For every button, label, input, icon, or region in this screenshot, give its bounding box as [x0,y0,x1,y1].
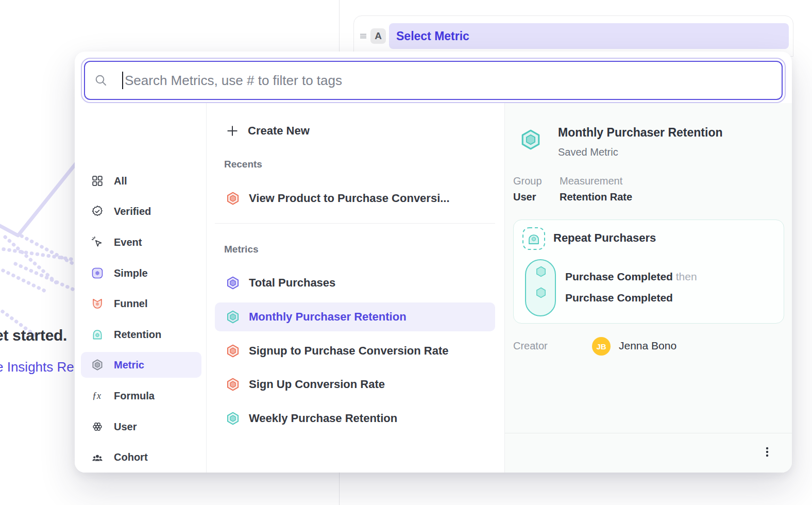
creator-name: Jenna Bono [619,340,676,352]
sidebar-item-label: Event [114,237,142,248]
sidebar-item-cohort[interactable]: Cohort [81,444,201,470]
search-icon [94,74,108,87]
cohort-people-icon [91,451,104,463]
metric-item-label: Signup to Purchase Conversion Rate [249,344,449,358]
sidebar-item-user[interactable]: User [81,414,201,440]
metric-definition-card: Repeat Purchasers Purchase Completed the… [513,220,784,324]
metric-list: Create New Recents View Product to Purch… [207,103,504,473]
create-new-button[interactable]: Create New [207,116,504,145]
sidebar-item-metric[interactable]: Metric [81,352,201,378]
search-box[interactable] [84,61,783,100]
metric-item-label: Total Purchases [249,276,335,290]
coral-metric-icon [226,377,240,392]
sidebar-item-retention[interactable]: Retention [81,322,201,347]
drag-handle-icon[interactable] [359,32,367,40]
sidebar-item-label: Cohort [114,451,148,463]
detail-footer-divider [505,433,792,433]
step-hexagon-icon [534,286,548,299]
metric-item-label: Weekly Purchase Retention [249,412,397,425]
sidebar-item-label: All [114,175,127,187]
retention-definition-icon [522,227,546,250]
search-focus-ring [81,58,786,103]
text-caret [122,72,123,89]
creator-label: Creator [513,340,548,352]
list-section-divider [215,223,495,224]
step-event: Purchase Completed [565,271,673,282]
detail-subtitle: Saved Metric [558,146,618,158]
teal-metric-icon [226,411,240,426]
metric-picker-modal: All Verified Event Simple [75,52,792,473]
background-headline-fragment: et started. [0,327,67,344]
group-label: Group [513,175,542,187]
sidebar-item-all[interactable]: All [81,168,201,194]
sidebar-item-label: Simple [114,267,148,279]
plus-icon [226,124,239,138]
coral-metric-icon [226,344,240,358]
clause-letter-badge: A [370,28,386,44]
background-link-fragment[interactable]: e Insights Re [0,359,74,375]
svg-text:ƒx: ƒx [92,391,101,401]
select-metric-button[interactable]: Select Metric [389,23,789,49]
saved-metric-hexagon-icon [519,128,542,151]
sidebar-item-label: Funnel [114,298,148,310]
metric-item-label: Sign Up Conversion Rate [249,378,385,391]
sidebar-item-label: Formula [114,390,155,402]
formula-fx-icon: ƒx [91,390,104,402]
sidebar-item-label: Metric [114,359,144,371]
metric-item-monthly-purchaser-retention[interactable]: Monthly Purchaser Retention [215,302,495,331]
sidebar-item-label: User [114,421,137,433]
metrics-header: Metrics [224,244,259,255]
detail-title: Monthly Purchaser Retention [558,126,722,140]
more-options-icon[interactable] [761,446,773,458]
sidebar-item-formula[interactable]: ƒx Formula [81,383,201,409]
sidebar-item-funnel[interactable]: Funnel [81,291,201,316]
funnel-hexagon-icon [91,297,104,310]
funnel-metric-icon [226,191,240,206]
step-event: Purchase Completed [565,292,673,304]
recents-header: Recents [224,159,262,170]
metric-item-label: Monthly Purchaser Retention [249,310,407,324]
metric-item-signup-to-purchase[interactable]: Signup to Purchase Conversion Rate [207,336,504,365]
definition-step-1: Purchase Completed then [565,271,697,283]
metric-detail-panel: Monthly Purchaser Retention Saved Metric… [504,103,792,473]
step-hexagon-icon [534,265,548,278]
step-connector: then [676,271,697,282]
metric-item-total-purchases[interactable]: Total Purchases [207,268,504,297]
purple-metric-icon [226,276,240,290]
metric-hexagon-icon [91,359,104,371]
grid-icon [91,175,104,187]
user-cluster-icon [91,420,104,433]
verified-badge-icon [91,205,104,217]
simple-hexagon-icon [91,267,104,279]
filter-sidebar: All Verified Event Simple [75,103,206,473]
recent-metric-label: View Product to Purchase Conversi... [249,192,450,205]
retention-steps-capsule [525,259,556,316]
metric-clause-bar: A Select Metric [353,15,793,57]
sidebar-item-simple[interactable]: Simple [81,260,201,286]
teal-metric-icon [226,310,240,324]
cursor-click-icon [91,236,104,248]
measurement-label: Measurement [560,175,622,187]
recent-metric-item[interactable]: View Product to Purchase Conversi... [207,184,504,213]
create-new-label: Create New [248,124,310,138]
sidebar-item-verified[interactable]: Verified [81,198,201,224]
group-value: User [513,191,536,203]
sidebar-item-label: Retention [114,329,161,341]
sidebar-item-label: Verified [114,206,151,217]
sidebar-item-event[interactable]: Event [81,229,201,255]
measurement-value: Retention Rate [560,191,632,203]
retention-hexagon-icon [91,328,104,341]
creator-avatar: JB [592,337,611,356]
metric-item-weekly-purchase-retention[interactable]: Weekly Purchase Retention [207,404,504,433]
search-input[interactable] [125,73,772,89]
definition-title: Repeat Purchasers [553,231,656,245]
metric-item-sign-up-conversion[interactable]: Sign Up Conversion Rate [207,370,504,399]
definition-step-2: Purchase Completed [565,292,673,304]
